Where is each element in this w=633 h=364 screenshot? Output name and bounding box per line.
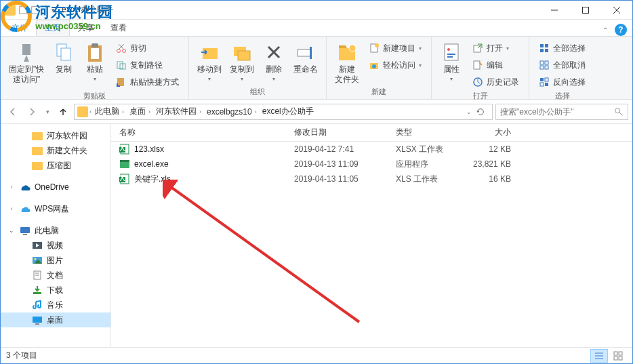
- tree-item[interactable]: 图片: [1, 253, 110, 268]
- breadcrumb-dropdown-icon[interactable]: ⌄: [466, 108, 472, 115]
- breadcrumb-segment[interactable]: excelbgzs10›: [205, 107, 259, 117]
- col-name[interactable]: 名称: [111, 127, 286, 138]
- svg-point-37: [447, 48, 450, 51]
- navigation-tree[interactable]: 河东软件园新建文件夹压缩图›OneDrive›WPS网盘⌄此电脑视频图片文档下载…: [1, 124, 111, 347]
- file-row[interactable]: X关键字.xls2019-04-13 11:05XLS 工作表16 KB: [111, 171, 632, 186]
- col-size[interactable]: 大小: [461, 127, 526, 138]
- svg-rect-49: [540, 61, 544, 64]
- select-all-button[interactable]: 全部选择: [536, 41, 588, 56]
- new-item-button[interactable]: 新建项目 ▾: [366, 41, 424, 56]
- tree-item[interactable]: ›OneDrive: [1, 180, 110, 195]
- svg-rect-13: [91, 48, 99, 59]
- ribbon-collapse-icon[interactable]: ⌃: [603, 26, 608, 34]
- svg-rect-52: [545, 66, 548, 69]
- svg-rect-14: [91, 43, 98, 47]
- svg-point-35: [372, 64, 376, 68]
- file-list: 名称 修改日期 类型 大小 X123.xlsx2019-04-12 7:41XL…: [111, 124, 632, 347]
- view-details-button[interactable]: [590, 349, 608, 363]
- svg-rect-3: [32, 6, 39, 14]
- rename-button[interactable]: 重命名: [289, 39, 322, 77]
- tab-view[interactable]: 查看: [102, 20, 135, 36]
- tree-item[interactable]: 新建文件夹: [1, 143, 110, 158]
- invert-selection-button[interactable]: 反向选择: [536, 75, 588, 89]
- new-folder-button[interactable]: 新建 文件夹: [331, 39, 363, 87]
- svg-line-85: [168, 185, 359, 322]
- search-input[interactable]: [500, 107, 610, 117]
- nav-up-button[interactable]: [55, 104, 71, 120]
- svg-rect-5: [583, 7, 589, 13]
- tree-item[interactable]: 河东软件园: [1, 128, 110, 143]
- paste-shortcut-button[interactable]: 粘贴快捷方式: [113, 75, 182, 89]
- history-button[interactable]: 历史记录: [470, 75, 522, 89]
- svg-rect-91: [614, 357, 617, 360]
- pin-quick-access-button[interactable]: 固定到"快 速访问": [5, 39, 48, 87]
- open-button[interactable]: 打开 ▾: [470, 41, 522, 56]
- svg-rect-36: [445, 44, 458, 60]
- minimize-button[interactable]: [539, 1, 570, 20]
- file-row[interactable]: excel.exe2019-04-13 11:09应用程序23,821 KB: [111, 157, 632, 171]
- copy-to-button[interactable]: 复制到▾: [226, 39, 258, 85]
- breadcrumb-segment[interactable]: 桌面›: [127, 106, 152, 117]
- paste-button[interactable]: 粘贴▾: [79, 39, 110, 85]
- group-label-open: 打开: [432, 91, 529, 103]
- easy-access-button[interactable]: 轻松访问 ▾: [366, 58, 424, 73]
- qat-item-icon[interactable]: [18, 5, 28, 15]
- copy-path-button[interactable]: 复制路径: [113, 58, 182, 73]
- breadcrumb-bar[interactable]: › 此电脑› 桌面› 河东软件园› excelbgzs10› excel办公助手…: [74, 104, 493, 120]
- col-type[interactable]: 类型: [388, 127, 461, 138]
- properties-button[interactable]: 属性▾: [436, 39, 467, 85]
- tree-item[interactable]: 压缩图: [1, 158, 110, 173]
- maximize-button[interactable]: [570, 1, 601, 20]
- svg-rect-74: [33, 317, 42, 323]
- tree-item[interactable]: ⌄此电脑: [1, 223, 110, 238]
- address-bar-row: ▾ › 此电脑› 桌面› 河东软件园› excelbgzs10› excel办公…: [1, 100, 632, 124]
- close-button[interactable]: [601, 1, 632, 20]
- col-date[interactable]: 修改日期: [286, 127, 388, 138]
- breadcrumb-segment[interactable]: 河东软件园›: [154, 106, 203, 117]
- delete-button[interactable]: 删除▾: [258, 39, 289, 85]
- tab-file[interactable]: 文件: [3, 20, 36, 36]
- nav-forward-button[interactable]: [24, 104, 40, 120]
- svg-rect-48: [545, 49, 548, 52]
- breadcrumb-segment[interactable]: excel办公助手: [260, 106, 316, 117]
- svg-point-68: [35, 258, 37, 260]
- refresh-icon[interactable]: [476, 107, 485, 117]
- status-text: 3 个项目: [6, 350, 37, 361]
- tab-share[interactable]: 共享: [70, 20, 102, 36]
- nav-back-button[interactable]: [5, 104, 21, 120]
- nav-recent-dropdown[interactable]: ▾: [43, 104, 52, 120]
- breadcrumb-segment[interactable]: 此电脑›: [93, 106, 126, 117]
- qat-item-icon[interactable]: [30, 5, 40, 15]
- tree-item[interactable]: 文档: [1, 268, 110, 283]
- svg-rect-56: [545, 83, 548, 86]
- svg-rect-61: [32, 147, 43, 155]
- svg-rect-64: [23, 234, 27, 235]
- tree-item[interactable]: 音乐: [1, 298, 110, 312]
- tab-home[interactable]: 主页: [36, 20, 70, 36]
- title-bar: ▾ excel办公助手: [1, 1, 632, 20]
- svg-marker-9: [24, 55, 29, 62]
- tree-item[interactable]: 桌面: [1, 312, 110, 327]
- select-none-button[interactable]: 全部取消: [536, 58, 588, 73]
- cut-button[interactable]: 剪切: [113, 41, 182, 56]
- tree-item[interactable]: ›WPS网盘: [1, 201, 110, 216]
- view-icons-button[interactable]: [609, 349, 627, 363]
- svg-rect-53: [540, 78, 544, 81]
- annotation-arrow: [163, 180, 366, 329]
- copy-button[interactable]: 复制: [48, 39, 79, 77]
- help-button[interactable]: ?: [615, 24, 627, 36]
- tree-item[interactable]: 下载: [1, 283, 110, 298]
- svg-rect-42: [474, 61, 480, 69]
- svg-rect-47: [540, 49, 544, 52]
- status-bar: 3 个项目: [1, 347, 632, 363]
- svg-rect-27: [298, 49, 311, 56]
- search-box[interactable]: [495, 104, 628, 120]
- tree-item[interactable]: 视频: [1, 238, 110, 253]
- svg-point-58: [615, 108, 620, 113]
- svg-rect-92: [619, 357, 622, 360]
- move-to-button[interactable]: 移动到▾: [193, 39, 226, 85]
- edit-button[interactable]: 编辑: [470, 58, 522, 73]
- svg-rect-24: [238, 51, 250, 60]
- svg-rect-11: [61, 48, 70, 60]
- file-row[interactable]: X123.xlsx2019-04-12 7:41XLSX 工作表12 KB: [111, 142, 632, 157]
